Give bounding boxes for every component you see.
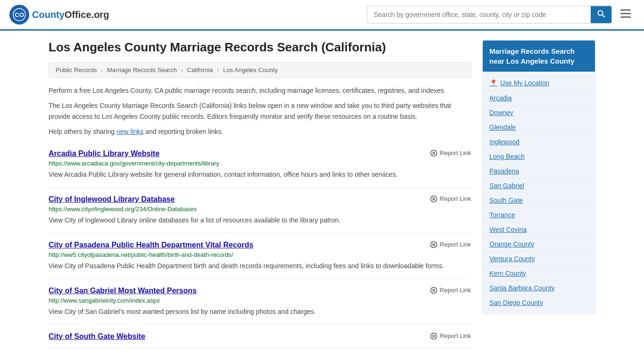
search-input[interactable] (367, 7, 591, 22)
result-url[interactable]: https://www.arcadiaca.gov/government/cit… (49, 160, 471, 167)
sidebar-item[interactable]: Glendale (483, 120, 595, 135)
report-link-button[interactable]: Report Link (430, 332, 471, 340)
sidebar-list: 📍 Use My Location ArcadiaDowneyGlendaleI… (483, 72, 595, 313)
result-title[interactable]: City of San Gabriel Most Wanted Persons (49, 287, 197, 295)
result-item: City of South Gate Website Report Link (49, 325, 471, 349)
sidebar-item[interactable]: Pasadena (483, 164, 595, 179)
report-link-button[interactable]: Report Link (430, 195, 471, 203)
result-header: City of Inglewood Library Database Repor… (49, 195, 471, 204)
sidebar-item[interactable]: Orange County (483, 237, 595, 252)
result-url[interactable]: http://ww5.cityofpasadena.net/public-hea… (49, 251, 471, 258)
breadcrumb: Public Records › Marriage Records Search… (49, 62, 471, 78)
new-links-link[interactable]: new links (116, 128, 144, 135)
sidebar-item[interactable]: Ventura County (483, 252, 595, 266)
result-url[interactable]: http://www.sangabrielcity.com/index.aspx (49, 297, 471, 304)
sidebar: Marriage Records Search near Los Angeles… (482, 40, 595, 349)
svg-line-3 (603, 15, 605, 17)
result-desc: View City of Inglewood Library online da… (49, 216, 340, 224)
svg-rect-6 (620, 16, 631, 18)
result-title[interactable]: City of South Gate Website (49, 332, 145, 341)
sidebar-item[interactable]: Long Beach (483, 149, 595, 164)
use-my-location-button[interactable]: 📍 Use My Location (483, 75, 595, 91)
description-3: Help others by sharing new links and rep… (49, 126, 471, 137)
report-link-icon (430, 195, 438, 203)
content-area: Los Angeles County Marriage Records Sear… (49, 40, 471, 349)
report-link-button[interactable]: Report Link (430, 149, 471, 157)
report-label: Report Link (440, 195, 471, 202)
report-link-icon (430, 149, 438, 157)
sidebar-item[interactable]: Torrance (483, 208, 595, 222)
report-link-icon (430, 332, 438, 340)
report-link-button[interactable]: Report Link (430, 241, 471, 248)
logo-icon: CO (9, 5, 29, 25)
result-title[interactable]: Arcadia Public Library Website (49, 149, 159, 158)
result-header: City of South Gate Website Report Link (49, 332, 471, 341)
search-bar (367, 6, 612, 24)
svg-text:CO: CO (15, 11, 24, 18)
sidebar-item[interactable]: Downey (483, 106, 595, 120)
result-desc: View City of Pasadena Public Health Depa… (49, 262, 444, 270)
logo-area: CO CountyOffice.org (9, 5, 109, 25)
result-header: City of Pasadena Public Health Departmen… (49, 241, 471, 249)
page-title: Los Angeles County Marriage Records Sear… (49, 40, 471, 55)
description-1: Perform a free Los Angeles County, CA pu… (49, 85, 471, 96)
logo-text: CountyOffice.org (32, 9, 109, 20)
menu-icon[interactable] (617, 7, 635, 23)
result-item: City of Inglewood Library Database Repor… (49, 188, 471, 233)
report-link-icon (430, 241, 438, 248)
report-label: Report Link (440, 149, 471, 156)
report-link-button[interactable]: Report Link (430, 287, 471, 294)
result-item: Arcadia Public Library Website Report Li… (49, 142, 471, 188)
svg-rect-4 (620, 9, 631, 11)
sidebar-item[interactable]: West Covina (483, 222, 595, 237)
results-container: Arcadia Public Library Website Report Li… (49, 142, 471, 349)
breadcrumb-marriage-records[interactable]: Marriage Records Search (107, 66, 177, 74)
result-desc: View City of San Gabriel's most wanted p… (49, 308, 316, 315)
sidebar-item[interactable]: San Gabriel (483, 179, 595, 193)
result-header: City of San Gabriel Most Wanted Persons … (49, 287, 471, 295)
sidebar-item[interactable]: Kern County (483, 266, 595, 281)
description-2: The Los Angeles County Marriage Records … (49, 100, 471, 122)
report-label: Report Link (440, 241, 471, 248)
result-title[interactable]: City of Pasadena Public Health Departmen… (49, 241, 254, 249)
result-header: Arcadia Public Library Website Report Li… (49, 149, 471, 158)
sidebar-item[interactable]: Santa Barbara County (483, 281, 595, 296)
result-item: City of Pasadena Public Health Departmen… (49, 233, 471, 279)
site-header: CO CountyOffice.org (0, 0, 644, 31)
report-label: Report Link (440, 332, 471, 339)
result-item: City of San Gabriel Most Wanted Persons … (49, 279, 471, 325)
report-link-icon (430, 287, 438, 294)
breadcrumb-la-county[interactable]: Los Angeles County (223, 66, 278, 74)
svg-rect-5 (620, 13, 631, 15)
search-button[interactable] (591, 6, 611, 23)
result-title[interactable]: City of Inglewood Library Database (49, 195, 175, 204)
description-section: Perform a free Los Angeles County, CA pu… (49, 85, 471, 137)
report-label: Report Link (440, 287, 471, 294)
main-container: Los Angeles County Marriage Records Sear… (39, 31, 605, 358)
breadcrumb-california[interactable]: California (187, 66, 213, 74)
header-right (367, 6, 635, 24)
sidebar-title: Marriage Records Search near Los Angeles… (483, 41, 595, 72)
sidebar-items-container: ArcadiaDowneyGlendaleInglewoodLong Beach… (483, 91, 595, 310)
sidebar-item[interactable]: South Gate (483, 193, 595, 208)
sidebar-item[interactable]: San Diego County (483, 296, 595, 310)
pin-icon: 📍 (489, 79, 497, 87)
breadcrumb-public-records[interactable]: Public Records (56, 66, 97, 74)
result-desc: View Arcadia Public Library website for … (49, 171, 397, 178)
sidebar-box: Marriage Records Search near Los Angeles… (482, 40, 595, 314)
result-url[interactable]: https://www.cityofinglewood.org/234/Onli… (49, 206, 471, 213)
sidebar-item[interactable]: Arcadia (483, 91, 595, 106)
sidebar-item[interactable]: Inglewood (483, 135, 595, 149)
